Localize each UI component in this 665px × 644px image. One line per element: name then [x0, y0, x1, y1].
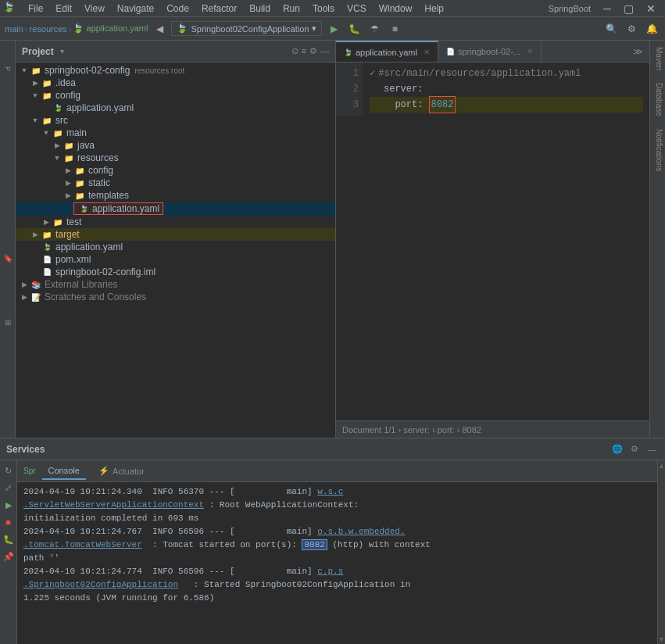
tree-item-resources[interactable]: ▼ 📁 resources [16, 152, 335, 164]
console-link-4[interactable]: o.s.b.w.embedded. [317, 527, 405, 536]
minimize-btn[interactable]: ─ [597, 1, 617, 16]
menu-help[interactable]: Help [418, 2, 450, 16]
tree-item-target[interactable]: ▶ 📁 target [16, 228, 335, 241]
editor-line-1: ✓ #src/main/resources/application.yaml [370, 66, 643, 81]
menu-build[interactable]: Build [243, 2, 277, 16]
tree-item-static[interactable]: ▶ 📁 static [16, 177, 335, 189]
main-label: main [66, 127, 87, 138]
console-tab-actuator[interactable]: ⚡ Actuator [92, 463, 151, 479]
editor-tab-application-yaml[interactable]: 🍃 application.yaml ✕ [336, 41, 438, 62]
console-tab-console[interactable]: Console [42, 463, 86, 480]
editor-lines[interactable]: ✓ #src/main/resources/application.yaml s… [363, 63, 649, 116]
stop-btn[interactable]: ■ [386, 20, 403, 38]
editor-line-3: port: 8082 [370, 97, 643, 113]
tree-item-application-yaml-config[interactable]: 🍃 application.yaml [16, 102, 335, 114]
settings-btn[interactable]: ⚙ [623, 20, 640, 38]
menu-navigate[interactable]: Navigate [111, 2, 160, 16]
tree-item-idea[interactable]: ▶ 📁 .idea [16, 77, 335, 89]
tree-item-pom-xml[interactable]: 📄 pom.xml [16, 253, 335, 266]
scroll-down-arrow[interactable]: ▼ [658, 635, 665, 643]
tree-root[interactable]: ▼ 📁 springboot-02-config resources root [16, 64, 335, 77]
config-label: config [55, 90, 80, 101]
debug-service-icon[interactable]: 🐛 [2, 532, 16, 546]
external-libs-arrow: ▶ [19, 281, 30, 288]
menu-view[interactable]: View [78, 2, 111, 16]
services-world-icon[interactable]: 🌐 [610, 442, 624, 456]
tree-item-src[interactable]: ▼ 📁 src [16, 114, 335, 127]
pom-label: pom.xml [55, 254, 91, 265]
refresh-icon[interactable]: ↻ [2, 463, 16, 478]
scope-icon[interactable]: ⊙ [291, 46, 299, 56]
root-tag: resources root [134, 66, 184, 75]
console-link-2[interactable]: .ServletWebServerApplicationContext [23, 500, 204, 510]
app-title: SpringBoot [549, 4, 591, 13]
notifications-btn[interactable]: 🔔 [643, 20, 660, 38]
console-line-4: 2024-04-10 10:21:24.767 INFO 56596 --- [… [23, 525, 651, 538]
settings-panel-icon[interactable]: ⚙ [309, 46, 317, 56]
tab-yaml-close[interactable]: ✕ [424, 48, 430, 56]
tree-item-application-yaml-main[interactable]: 🍃 application.yaml [16, 202, 335, 216]
tree-item-config2[interactable]: ▶ 📁 config [16, 164, 335, 177]
menu-file[interactable]: File [22, 2, 49, 16]
close-btn[interactable]: ✕ [640, 1, 662, 16]
tree-item-java[interactable]: ▶ 📁 java [16, 139, 335, 152]
pin-icon[interactable]: 📌 [2, 549, 16, 564]
maven-label[interactable]: Maven [650, 41, 665, 77]
console-line-7: 2024-04-10 10:21:24.774 INFO 56596 --- [… [23, 565, 651, 578]
run-config-selector[interactable]: 🍃 Springboot02ConfigApplication ▾ [171, 21, 322, 36]
nav-back-btn[interactable]: ◀ [151, 20, 168, 38]
bottom-left-toolbar: ↻ ⤢ ▶ ■ 🐛 📌 [0, 460, 17, 644]
console-line-8: .Springboot02ConfigApplication : Started… [23, 578, 651, 592]
src-label: src [55, 115, 68, 126]
tree-item-test[interactable]: ▶ 📁 test [16, 216, 335, 228]
bookmark-icon[interactable]: 🔖 [2, 252, 14, 264]
menu-code[interactable]: Code [160, 2, 195, 16]
debug-btn[interactable]: 🐛 [345, 20, 363, 38]
root-arrow: ▼ [19, 66, 30, 74]
project-icon[interactable]: P [2, 44, 14, 91]
right-scroll[interactable]: ▲ ▼ [657, 460, 665, 644]
run-service-icon[interactable]: ▶ [2, 498, 16, 512]
menu-run[interactable]: Run [277, 2, 306, 16]
expand-services-icon[interactable]: ⤢ [2, 481, 16, 495]
tree-item-external-libs[interactable]: ▶ 📚 External Libraries [16, 278, 335, 291]
src-folder-icon: 📁 [41, 115, 53, 126]
notifications-label[interactable]: Notifications [650, 123, 665, 177]
tab-more-btn[interactable]: ≫ [627, 41, 649, 62]
tree-item-application-yaml-root[interactable]: 🍃 application.yaml [16, 241, 335, 253]
menu-vcs[interactable]: VCS [341, 2, 373, 16]
config2-label: config [88, 165, 113, 176]
scroll-up-arrow[interactable]: ▲ [658, 462, 665, 470]
run-config-icon: 🍃 [177, 23, 188, 34]
services-title: Services [6, 444, 45, 455]
menu-tools[interactable]: Tools [306, 2, 341, 16]
collapse-all-icon[interactable]: ≡ [302, 46, 306, 56]
menu-refactor[interactable]: Refactor [195, 2, 243, 16]
console-link-8[interactable]: .Springboot02ConfigApplication [23, 580, 178, 589]
tab-springboot-close[interactable]: ✕ [527, 47, 533, 55]
tree-item-templates[interactable]: ▶ 📁 templates [16, 189, 335, 202]
services-settings-icon[interactable]: ⚙ [627, 442, 642, 456]
coverage-btn[interactable]: ☂ [366, 20, 383, 38]
console-link-5[interactable]: .tomcat.TomcatWebServer [23, 540, 142, 549]
tree-item-scratches[interactable]: ▶ 📝 Scratches and Consoles [16, 291, 335, 303]
console-link-1[interactable]: w.s.c [317, 487, 343, 496]
test-arrow: ▶ [41, 218, 52, 226]
yaml-config-icon: 🍃 [52, 102, 64, 113]
structure-icon[interactable]: ⊞ [2, 316, 14, 328]
stop-service-icon[interactable]: ■ [2, 515, 16, 529]
tree-item-main[interactable]: ▼ 📁 main [16, 127, 335, 139]
menu-edit[interactable]: Edit [49, 2, 78, 16]
console-link-7[interactable]: c.p.s [317, 567, 343, 576]
database-label[interactable]: Database [650, 77, 665, 123]
services-hide-icon[interactable]: — [645, 442, 659, 456]
tree-item-config[interactable]: ▼ 📁 config [16, 89, 335, 102]
hide-panel-icon[interactable]: — [320, 46, 329, 56]
search-everywhere-btn[interactable]: 🔍 [602, 20, 620, 38]
maximize-btn[interactable]: ▢ [617, 1, 640, 16]
tree-item-springboot-iml[interactable]: 📄 springboot-02-config.iml [16, 266, 335, 278]
editor-tab-springboot[interactable]: 📄 springboot-02-... ✕ [438, 41, 542, 62]
run-btn[interactable]: ▶ [325, 20, 342, 38]
panel-dropdown[interactable]: ▾ [60, 47, 64, 55]
menu-window[interactable]: Window [373, 2, 419, 16]
